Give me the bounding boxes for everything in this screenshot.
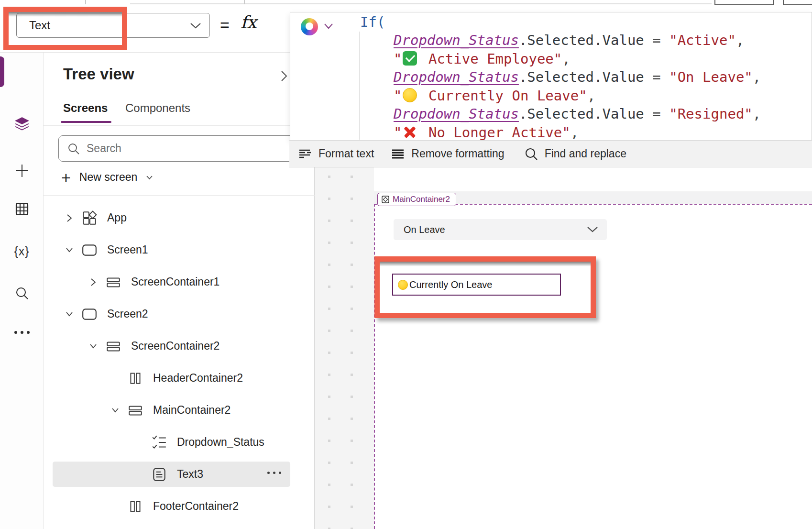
status-dropdown-value: On Leave — [404, 224, 587, 235]
plus-icon — [15, 164, 29, 178]
vertical-container-icon — [105, 274, 121, 290]
remove-formatting-label: Remove formatting — [411, 147, 504, 160]
tree-item-screencontainer2[interactable]: ScreenContainer2 — [44, 330, 315, 362]
new-screen-button[interactable]: + New screen — [61, 166, 153, 188]
container-icon — [382, 196, 389, 203]
chevron-down-icon[interactable] — [61, 247, 77, 253]
tree-item-dropdown-status[interactable]: Dropdown_Status — [44, 426, 315, 458]
tree-item-app[interactable]: App — [44, 202, 315, 234]
cropped-toolbar-field — [783, 0, 812, 5]
plus-icon: + — [61, 170, 71, 185]
cropped-divider-tick — [85, 0, 86, 4]
format-text-button[interactable]: Format text — [296, 141, 376, 167]
more-dots-icon — [14, 331, 30, 334]
layers-icon — [13, 116, 31, 132]
find-and-replace-label: Find and replace — [545, 147, 626, 160]
chevron-right-icon[interactable] — [61, 214, 77, 222]
tree-view-rail-button[interactable] — [0, 111, 44, 138]
text3-control[interactable]: Currently On Leave — [392, 274, 561, 296]
chevron-down-icon — [146, 175, 153, 180]
property-selector-dropdown[interactable]: Text — [16, 13, 210, 38]
tree-view-panel: Tree view Screens Components + New scree… — [44, 53, 315, 529]
chevron-down-icon[interactable] — [85, 343, 101, 349]
horizontal-container-icon — [127, 498, 143, 515]
find-and-replace-button[interactable]: Find and replace — [523, 141, 628, 167]
formula-line: Dropdown_Status.Selected.Value = "On Lea… — [394, 67, 761, 86]
new-screen-label: New screen — [79, 171, 137, 184]
copilot-icon[interactable] — [301, 18, 318, 35]
vertical-container-icon — [127, 402, 143, 419]
chevron-down-icon[interactable] — [61, 311, 77, 317]
tree-item-label: Dropdown_Status — [177, 436, 264, 449]
cropped-divider-tick — [244, 0, 245, 4]
chevron-down-icon — [189, 22, 202, 29]
left-navigation-rail: {x} — [0, 53, 44, 529]
chevron-right-icon[interactable] — [85, 278, 101, 287]
choices-icon — [151, 434, 167, 451]
collapse-panel-chevron[interactable] — [280, 70, 288, 82]
tree-item-label: ScreenContainer1 — [131, 276, 219, 288]
more-rail-button[interactable] — [0, 319, 44, 346]
app-icon — [81, 210, 98, 226]
insert-rail-button[interactable] — [0, 157, 44, 184]
property-selector-value: Text — [29, 19, 189, 32]
data-rail-button[interactable] — [0, 196, 44, 222]
format-text-icon — [298, 149, 312, 159]
search-icon — [15, 286, 29, 300]
status-dropdown[interactable]: On Leave — [394, 219, 607, 240]
variables-rail-button[interactable]: {x} — [0, 238, 44, 264]
indent-guide-line — [360, 32, 360, 140]
container-dashed-border — [374, 204, 375, 529]
variables-icon: {x} — [14, 244, 29, 258]
tree-search-box[interactable] — [58, 135, 308, 162]
formula-line: " No Longer Active", — [394, 123, 579, 142]
remove-formatting-button[interactable]: Remove formatting — [389, 141, 506, 167]
main-container-tag[interactable]: MainContainer2 — [377, 193, 456, 206]
grid-table-icon — [15, 202, 29, 216]
tree-item-footercontainer2[interactable]: FooterContainer2 — [44, 490, 315, 522]
vertical-container-icon — [105, 338, 121, 354]
formula-line: Dropdown_Status.Selected.Value = "Active… — [394, 31, 744, 49]
screen-icon — [81, 242, 98, 258]
cropped-divider — [130, 3, 712, 4]
tree-item-label: FooterContainer2 — [153, 500, 239, 513]
tree-item-screen1[interactable]: Screen1 — [44, 234, 315, 266]
more-options-button[interactable] — [267, 472, 281, 474]
panel-title: Tree view — [63, 65, 134, 83]
formula-line: If( — [360, 12, 385, 31]
fx-icon: fx — [241, 12, 257, 32]
tree-item-label: HeaderContainer2 — [153, 372, 243, 385]
selected-rail-indicator — [0, 56, 4, 87]
design-canvas: MainContainer2 On Leave Currently On Lea… — [315, 167, 812, 529]
selected-row-highlight — [53, 462, 290, 487]
grid-dots — [351, 176, 353, 529]
tree-item-maincontainer2[interactable]: MainContainer2 — [44, 394, 315, 426]
tab-components[interactable]: Components — [125, 101, 190, 115]
search-icon — [525, 147, 538, 161]
tree-item-label: Screen2 — [107, 308, 148, 320]
formula-toolbar: Format text Remove formatting Find and r… — [289, 140, 812, 167]
text3-value: Currently On Leave — [409, 279, 492, 290]
cropped-toolbar-field — [714, 0, 774, 5]
search-rail-button[interactable] — [0, 280, 44, 307]
tree-item-text3[interactable]: Text3 — [44, 458, 315, 490]
tree-item-label: Text3 — [177, 468, 203, 481]
formula-bar[interactable]: If( Dropdown_Status.Selected.Value = "Ac… — [290, 12, 812, 140]
tree-item-headercontainer2[interactable]: HeaderContainer2 — [44, 362, 315, 394]
copilot-chevron-down-icon[interactable] — [324, 23, 333, 30]
grid-dots — [328, 176, 330, 529]
formula-line: " Currently On Leave", — [394, 86, 595, 105]
container-tag-label: MainContainer2 — [393, 195, 450, 204]
chevron-down-icon[interactable] — [107, 408, 123, 413]
search-input[interactable] — [87, 142, 301, 155]
formula-line: " Active Employee", — [394, 49, 571, 68]
tab-screens[interactable]: Screens — [63, 101, 108, 115]
yellow-circle-emoji — [403, 88, 417, 102]
active-tab-indicator — [61, 121, 111, 123]
tree-item-screencontainer1[interactable]: ScreenContainer1 — [44, 266, 315, 298]
tree-item-screen2[interactable]: Screen2 — [44, 298, 315, 330]
horizontal-container-icon — [127, 370, 143, 386]
search-icon — [67, 143, 80, 155]
formula-line: Dropdown_Status.Selected.Value = "Resign… — [394, 104, 761, 123]
screen-icon — [81, 306, 98, 322]
